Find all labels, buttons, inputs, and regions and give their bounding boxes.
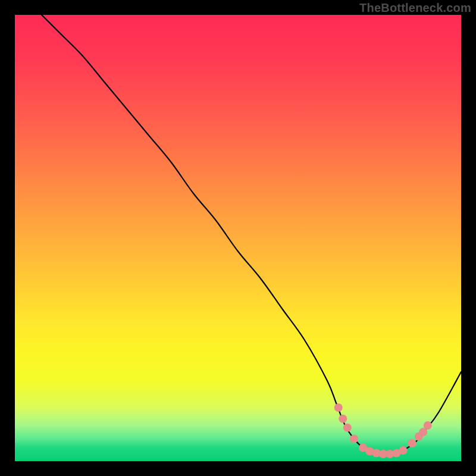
marker-dot xyxy=(408,439,416,447)
bottleneck-curve-line xyxy=(42,15,461,455)
marker-dot xyxy=(339,415,347,423)
marker-dot xyxy=(399,446,408,455)
chart-frame: TheBottleneck.com xyxy=(0,0,476,476)
highlight-markers xyxy=(334,403,432,458)
bottleneck-chart xyxy=(15,15,461,461)
marker-dot xyxy=(334,403,343,412)
marker-dot xyxy=(343,424,352,432)
marker-dot xyxy=(424,421,432,430)
watermark-text: TheBottleneck.com xyxy=(359,1,471,15)
plot-area xyxy=(15,15,461,461)
marker-dot xyxy=(350,435,358,443)
